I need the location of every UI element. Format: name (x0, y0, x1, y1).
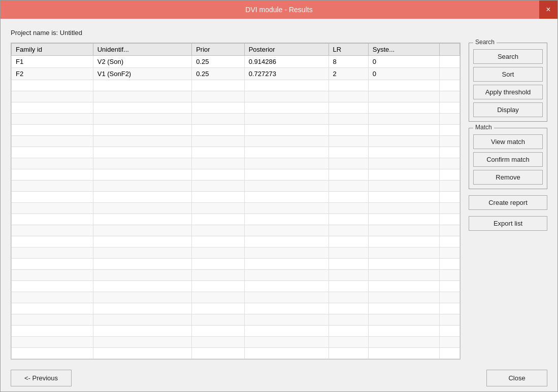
results-table-container: Family id Unidentif... Prior Posterior L… (11, 43, 461, 360)
empty-row (12, 80, 460, 91)
sort-button[interactable]: Sort (473, 67, 543, 82)
empty-row (12, 158, 460, 169)
results-table: Family id Unidentif... Prior Posterior L… (11, 43, 460, 359)
match-buttons: View match Confirm match Remove (473, 134, 543, 185)
empty-row (12, 337, 460, 348)
empty-row (12, 247, 460, 259)
display-button[interactable]: Display (473, 102, 543, 117)
empty-row (12, 314, 460, 326)
footer-left: <- Previous (11, 370, 72, 386)
empty-row (12, 102, 460, 114)
previous-button[interactable]: <- Previous (11, 370, 72, 386)
col-header-lr: LR (329, 44, 368, 56)
project-name-label: Project name is: Untitled (11, 29, 547, 37)
main-window: DVI module - Results × Project name is: … (0, 0, 558, 392)
col-header-extra (440, 44, 460, 56)
empty-row (12, 114, 460, 125)
col-header-posterior: Posterior (244, 44, 329, 56)
view-match-button[interactable]: View match (473, 134, 543, 149)
col-header-system: Syste... (368, 44, 440, 56)
empty-row (12, 192, 460, 203)
search-buttons: Search Sort Apply threshold Display (473, 49, 543, 117)
empty-row (12, 91, 460, 102)
footer: <- Previous Close (11, 366, 547, 386)
empty-row (12, 303, 460, 314)
empty-row (12, 225, 460, 236)
search-group: Search Search Sort Apply threshold Displ… (469, 43, 547, 122)
search-button[interactable]: Search (473, 49, 543, 64)
col-header-unidentified: Unidentif... (93, 44, 191, 56)
empty-row (12, 181, 460, 192)
main-area: Family id Unidentif... Prior Posterior L… (11, 43, 547, 360)
confirm-match-button[interactable]: Confirm match (473, 152, 543, 167)
window-title: DVI module - Results (245, 6, 312, 14)
empty-row (12, 147, 460, 158)
col-header-prior: Prior (192, 44, 245, 56)
content-area: Project name is: Untitled Family id Unid… (1, 19, 557, 392)
empty-row (12, 259, 460, 270)
empty-row (12, 125, 460, 136)
table-row[interactable]: F1V2 (Son)0.250.91428680 (12, 56, 460, 68)
col-header-family-id: Family id (12, 44, 93, 56)
table-header-row: Family id Unidentif... Prior Posterior L… (12, 44, 460, 56)
empty-row (12, 136, 460, 147)
empty-row (12, 203, 460, 214)
apply-threshold-button[interactable]: Apply threshold (473, 85, 543, 99)
empty-row (12, 169, 460, 181)
empty-row (12, 348, 460, 359)
empty-row (12, 214, 460, 225)
empty-row (12, 326, 460, 337)
window-close-button[interactable]: × (539, 1, 557, 19)
remove-button[interactable]: Remove (473, 170, 543, 185)
empty-row (12, 270, 460, 281)
title-bar: DVI module - Results × (1, 1, 557, 19)
empty-row (12, 292, 460, 303)
sidebar: Search Search Sort Apply threshold Displ… (469, 43, 547, 360)
search-group-label: Search (473, 39, 497, 46)
match-group-label: Match (473, 124, 494, 131)
empty-row (12, 281, 460, 292)
export-list-button[interactable]: Export list (469, 216, 547, 231)
match-group: Match View match Confirm match Remove (469, 128, 547, 189)
close-button[interactable]: Close (486, 370, 547, 386)
table-row[interactable]: F2V1 (SonF2)0.250.72727320 (12, 68, 460, 80)
empty-row (12, 236, 460, 247)
create-report-button[interactable]: Create report (469, 195, 547, 210)
